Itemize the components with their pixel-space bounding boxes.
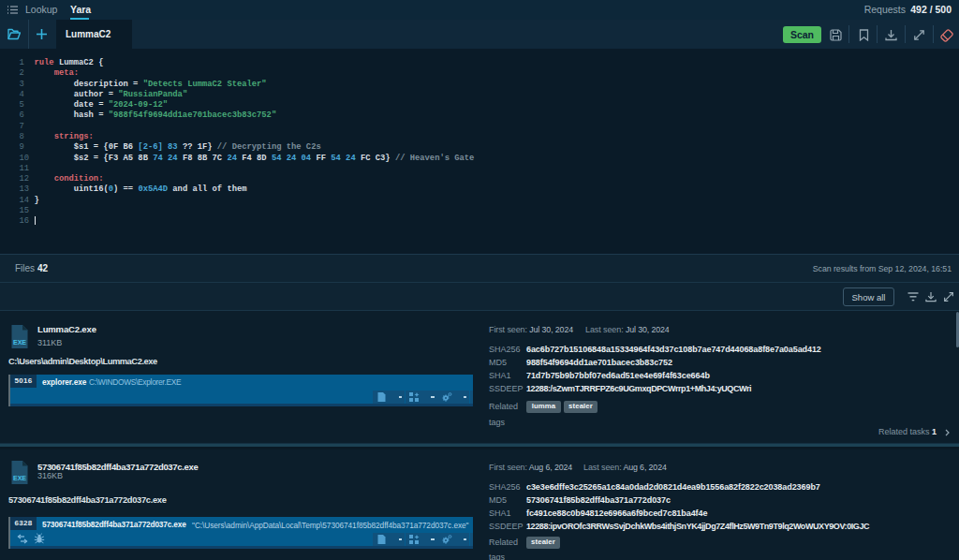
svg-text:EXE: EXE xyxy=(13,339,26,346)
svg-text:EXE: EXE xyxy=(13,475,26,481)
